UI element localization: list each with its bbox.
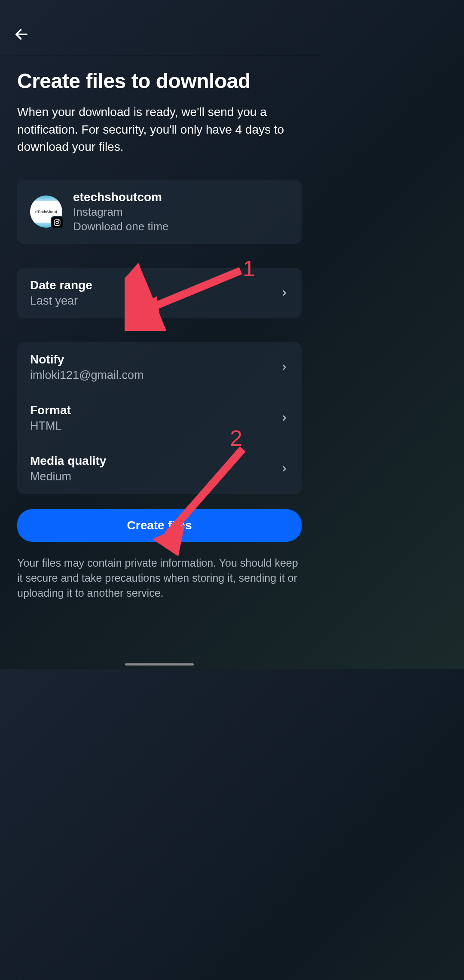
svg-point-2 — [56, 221, 58, 224]
chevron-right-icon — [280, 414, 289, 422]
date-range-label: Date range — [30, 278, 280, 292]
media-quality-value: Medium — [30, 470, 280, 483]
account-info: etechshoutcom Instagram Download one tim… — [73, 190, 289, 233]
format-row[interactable]: Format HTML — [17, 393, 302, 443]
content: Create files to download When your downl… — [0, 56, 319, 614]
account-platform: Instagram — [73, 205, 289, 219]
date-range-value: Last year — [30, 294, 280, 308]
media-quality-content: Media quality Medium — [30, 454, 280, 483]
chevron-right-icon — [280, 363, 289, 372]
account-detail: Download one time — [73, 220, 289, 233]
create-files-button[interactable]: Create files — [17, 509, 302, 542]
notify-row[interactable]: Notify imloki121@gmail.com — [17, 342, 302, 393]
media-quality-label: Media quality — [30, 454, 280, 468]
format-label: Format — [30, 403, 280, 417]
notify-value: imloki121@gmail.com — [30, 369, 280, 382]
instagram-badge-icon — [51, 216, 64, 229]
date-range-content: Date range Last year — [30, 278, 280, 308]
settings-card: Notify imloki121@gmail.com Format HTML M… — [17, 342, 302, 494]
date-range-card: Date range Last year — [17, 268, 302, 318]
format-content: Format HTML — [30, 403, 280, 433]
format-value: HTML — [30, 419, 280, 433]
chevron-right-icon — [280, 289, 289, 297]
date-range-row[interactable]: Date range Last year — [17, 268, 302, 318]
account-name: etechshoutcom — [73, 190, 289, 204]
svg-point-3 — [58, 220, 59, 221]
header — [0, 0, 319, 56]
chevron-right-icon — [280, 464, 289, 473]
back-arrow-icon — [14, 27, 29, 42]
media-quality-row[interactable]: Media quality Medium — [17, 443, 302, 494]
page-description: When your download is ready, we'll send … — [17, 104, 302, 156]
disclaimer-text: Your files may contain private informati… — [17, 556, 302, 601]
page-title: Create files to download — [17, 69, 302, 93]
account-card: eTechShout etechshoutcom Instagram Downl… — [17, 180, 302, 244]
account-row: eTechShout etechshoutcom Instagram Downl… — [17, 180, 302, 244]
home-indicator[interactable] — [125, 663, 194, 666]
avatar-container: eTechShout — [30, 195, 62, 228]
back-button[interactable] — [13, 26, 30, 43]
notify-label: Notify — [30, 353, 280, 366]
notify-content: Notify imloki121@gmail.com — [30, 353, 280, 382]
